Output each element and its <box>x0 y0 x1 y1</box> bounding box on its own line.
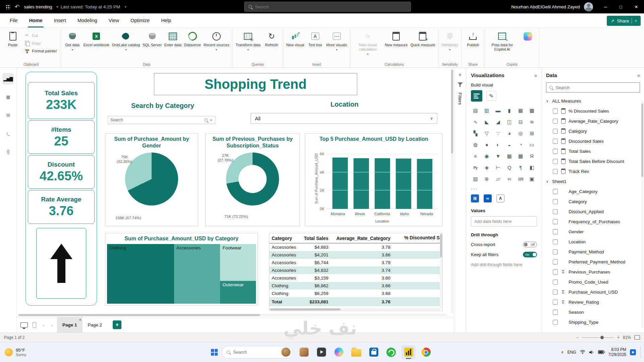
field-checkbox[interactable] <box>553 119 558 124</box>
menu-item-home[interactable]: Home <box>23 13 48 27</box>
bar-montana[interactable] <box>332 158 348 209</box>
filled-map-icon[interactable]: ● <box>482 140 491 149</box>
gauge-icon[interactable]: ◔ <box>516 140 525 149</box>
transform-data-button[interactable]: Transform data▾ <box>234 29 262 51</box>
r-script-visual-icon[interactable]: R <box>527 152 536 161</box>
field-checkbox[interactable] <box>553 219 558 224</box>
battery-icon[interactable] <box>598 350 605 354</box>
location-bar-card[interactable]: Top 5 Purchase_Amount_USD by Location Su… <box>305 133 443 226</box>
kpi-icon[interactable]: ◉ <box>482 152 491 161</box>
bar-california[interactable] <box>375 158 390 209</box>
ribbon-chart-icon[interactable]: ≋ <box>527 117 536 126</box>
field-previous-purchases[interactable]: ΣPrevious_Purchases <box>546 267 640 277</box>
canvas-vertical-scrollbar[interactable] <box>451 69 453 313</box>
minimize-button[interactable]: ─ <box>598 0 613 13</box>
bar-illinois[interactable] <box>354 158 369 209</box>
refresh-button[interactable]: Refresh <box>262 29 281 47</box>
close-button[interactable]: ✕ <box>629 0 644 13</box>
treemap-node-clothing[interactable]: Clothing <box>107 244 174 304</box>
add-page-button[interactable]: + <box>113 320 121 329</box>
quick-measure-button[interactable]: Quick measure <box>409 29 436 47</box>
sql-server-button[interactable]: SQL Server <box>141 29 163 47</box>
field-checkbox[interactable] <box>553 149 558 154</box>
field-checkbox[interactable] <box>553 109 558 114</box>
table-row[interactable]: Accessories$4,8323.74 <box>269 266 442 274</box>
location-dropdown[interactable]: All ∨ <box>251 113 437 124</box>
donut-chart-icon[interactable]: ◎ <box>516 129 525 138</box>
stacked-area-chart-icon[interactable]: ◢ <box>493 117 502 126</box>
paginated-report-icon[interactable]: ▤ <box>471 174 480 183</box>
menu-item-help[interactable]: Help <box>155 13 177 27</box>
field-promo-code-used[interactable]: Promo_Code_Used <box>546 277 640 287</box>
enter-data-button[interactable]: Enter data <box>163 29 183 47</box>
kpi-card-rate-average[interactable]: Rate Average3.76 <box>28 190 95 224</box>
titlebar-search-input[interactable] <box>255 4 407 9</box>
clear-search-icon[interactable]: ✕ <box>210 118 213 122</box>
dax-query-view-icon[interactable]: ›_ <box>2 127 14 139</box>
trend-arrow-card[interactable] <box>36 228 86 299</box>
category-treemap-card[interactable]: Sum of Purchase_Amount_USD by Category C… <box>105 233 258 306</box>
field-checkbox[interactable] <box>553 189 558 194</box>
menu-item-view[interactable]: View <box>103 13 125 27</box>
line-clustered-column-chart-icon[interactable]: ⊟ <box>516 117 525 126</box>
field-location[interactable]: Location <box>546 237 640 247</box>
dataverse-button[interactable]: Dataverse <box>183 29 202 47</box>
maximize-button[interactable]: □ <box>613 0 629 13</box>
decomposition-tree-icon[interactable]: ⊢ <box>493 163 502 172</box>
column-header-category[interactable]: Category <box>269 236 300 241</box>
field-checkbox[interactable] <box>553 239 558 244</box>
field-checkbox[interactable] <box>553 249 558 254</box>
arcgis-map-icon[interactable]: ⊕ <box>482 174 491 183</box>
table-row[interactable]: Clothing$6,8623.66 <box>269 282 442 290</box>
funnel-chart-icon[interactable]: ▽ <box>482 129 491 138</box>
table-row[interactable]: Accessories$3,1593.80 <box>269 274 442 282</box>
field-category[interactable]: Category <box>546 126 640 136</box>
field-total-sales-before-discount[interactable]: Total Sales Before Discount <box>546 156 640 166</box>
zoom-level[interactable]: 81% <box>623 335 631 340</box>
filters-pane-collapsed[interactable]: « Filters <box>454 68 466 333</box>
desktop-layout-icon[interactable] <box>20 322 28 327</box>
field-checkbox[interactable] <box>553 310 558 315</box>
format-painter-button[interactable]: Format painter <box>23 48 58 54</box>
table-row[interactable]: Clothing$6,2593.68 <box>269 290 442 297</box>
power-automate-icon[interactable]: ∞ <box>505 174 514 183</box>
smart-narrative-icon[interactable]: ¶ <box>516 163 525 172</box>
file-explorer-icon[interactable] <box>349 345 363 359</box>
collapse-visualizations-icon[interactable]: » <box>534 73 537 78</box>
canvas-horizontal-scrollbar[interactable] <box>18 314 447 316</box>
field-shipping-type[interactable]: Shipping_Type <box>546 317 640 327</box>
excel-workbook-button[interactable]: Excel workbook <box>82 29 111 47</box>
weather-widget[interactable]: 95°F Sunny <box>0 348 77 357</box>
tray-chevron-icon[interactable]: ∧ <box>561 350 564 354</box>
power-apps-icon[interactable]: ⊞ <box>471 194 479 202</box>
gender-pie-card[interactable]: Sum of Purchase_Amount by Gender 75K (32… <box>105 133 198 226</box>
more-visuals-options-icon[interactable]: ··· <box>471 186 537 191</box>
field-checkbox[interactable] <box>553 320 558 325</box>
field-checkbox[interactable] <box>553 139 558 144</box>
table-row[interactable]: Accessories$4,2013.66 <box>269 251 442 259</box>
prep-data-for-copilot-ai-button[interactable]: Prep data for Copilot AI <box>486 29 518 52</box>
mobile-layout-icon[interactable] <box>33 322 36 328</box>
azure-map-icon[interactable]: ◒ <box>505 140 514 149</box>
report-view-icon[interactable]: ▂▅▇ <box>2 73 14 84</box>
field-average-rate-category[interactable]: Average_Rate_Category <box>546 116 640 126</box>
table-icon[interactable]: ▦ <box>505 152 514 161</box>
button-slicer-icon[interactable]: ▣ <box>527 174 536 183</box>
field-track-rev[interactable]: Track Rev <box>546 166 640 176</box>
100-stacked-column-chart-icon[interactable]: ▩ <box>527 106 536 115</box>
report-title-box[interactable]: Shopping Trend <box>154 73 357 95</box>
subscription-donut-card[interactable]: Sum of Previous_Purchases by Subscriptio… <box>205 133 300 226</box>
share-button[interactable]: ↗ Share ∨ <box>607 16 641 26</box>
slicer-icon[interactable]: ▼ <box>493 152 502 161</box>
menu-item-file[interactable]: File <box>4 13 23 27</box>
field-discounted-sales[interactable]: % Discounted Sales <box>546 106 640 116</box>
field-checkbox[interactable] <box>553 290 558 295</box>
recent-sources-button[interactable]: Recent sources▾ <box>202 29 230 51</box>
field-checkbox[interactable] <box>553 269 558 275</box>
clock[interactable]: 8:03 PM 7/29/2025 <box>608 347 626 357</box>
category-search-input[interactable] <box>110 118 202 122</box>
model-view-icon[interactable]: ⊞ <box>2 109 14 121</box>
avatar[interactable] <box>584 2 593 11</box>
copy-button[interactable]: Copy <box>23 40 58 46</box>
field-checkbox[interactable] <box>553 209 558 214</box>
